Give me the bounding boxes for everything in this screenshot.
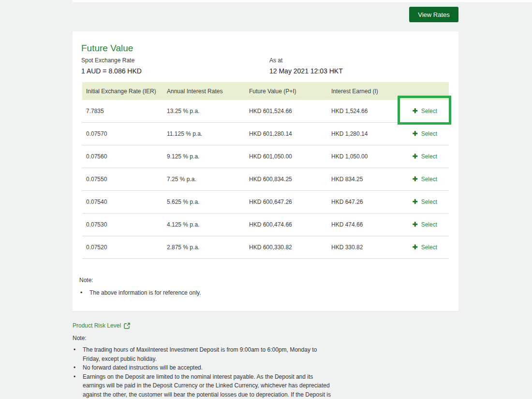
cell-select: ✚ Select bbox=[412, 199, 449, 206]
cell-interest-earned: HKD 1,050.00 bbox=[327, 153, 412, 160]
select-label: Select bbox=[421, 153, 437, 160]
spot-rate-label: Spot Exchange Rate bbox=[81, 57, 142, 64]
table-header-row: Initial Exchange Rate (IER) Annual Inter… bbox=[82, 82, 449, 100]
cell-ier: 0.07550 bbox=[82, 176, 163, 183]
footer-note-label: Note: bbox=[73, 335, 338, 342]
cell-interest-earned: HKD 474.66 bbox=[327, 221, 412, 228]
cell-select: ✚ Select bbox=[412, 244, 449, 251]
table-row: 0.07550 7.25 % p.a. HKD 600,834.25 HKD 8… bbox=[82, 168, 449, 191]
select-link[interactable]: ✚ Select bbox=[413, 199, 437, 205]
product-risk-level-link[interactable]: Product Risk Level bbox=[73, 322, 130, 329]
plus-icon: ✚ bbox=[413, 199, 418, 205]
external-link-icon bbox=[124, 323, 130, 329]
cell-annual-interest: 4.125 % p.a. bbox=[163, 221, 245, 228]
plus-icon: ✚ bbox=[413, 108, 418, 114]
select-label: Select bbox=[421, 130, 437, 137]
cell-annual-interest: 13.25 % p.a. bbox=[163, 108, 245, 114]
select-link[interactable]: ✚ Select bbox=[413, 108, 437, 114]
select-link[interactable]: ✚ Select bbox=[413, 221, 437, 228]
plus-icon: ✚ bbox=[413, 153, 418, 159]
cell-future-value: HKD 600,474.66 bbox=[245, 221, 327, 228]
spot-rate-value: 1 AUD = 8.086 HKD bbox=[81, 67, 142, 75]
card-note-item: The above information is for reference o… bbox=[79, 288, 201, 298]
table-row: 0.07530 4.125 % p.a. HKD 600,474.66 HKD … bbox=[82, 214, 449, 236]
cell-future-value: HKD 600,330.82 bbox=[245, 244, 327, 251]
cell-interest-earned: HKD 1,524.66 bbox=[327, 108, 412, 114]
cell-interest-earned: HKD 647.26 bbox=[327, 199, 412, 205]
table-row: 0.07520 2.875 % p.a. HKD 600,330.82 HKD … bbox=[82, 236, 449, 259]
table-row: 0.07560 9.125 % p.a. HKD 601,050.00 HKD … bbox=[82, 145, 449, 168]
product-risk-level-label: Product Risk Level bbox=[73, 322, 121, 329]
header-future-value: Future Value (P+I) bbox=[245, 88, 327, 95]
cell-ier: 0.07540 bbox=[82, 199, 163, 205]
select-label: Select bbox=[421, 108, 437, 114]
plus-icon: ✚ bbox=[413, 130, 418, 137]
cell-annual-interest: 5.625 % p.a. bbox=[163, 199, 245, 205]
cell-annual-interest: 7.25 % p.a. bbox=[163, 176, 245, 183]
header-interest-earned: Interest Earned (I) bbox=[327, 88, 412, 95]
footer-note-item: No forward dated instructions will be ac… bbox=[73, 363, 331, 372]
select-label: Select bbox=[421, 199, 437, 205]
cell-select: ✚ Select bbox=[412, 130, 449, 138]
top-strip bbox=[73, 0, 532, 2]
cell-ier: 0.07530 bbox=[82, 221, 163, 228]
cell-select: ✚ Select bbox=[412, 221, 449, 228]
select-label: Select bbox=[421, 176, 437, 183]
cell-select: ✚ Select bbox=[412, 176, 449, 183]
cell-future-value: HKD 601,050.00 bbox=[245, 153, 327, 160]
cell-future-value: HKD 600,647.26 bbox=[245, 199, 327, 205]
header-ier: Initial Exchange Rate (IER) bbox=[82, 88, 163, 95]
plus-icon: ✚ bbox=[413, 244, 418, 250]
cell-interest-earned: HKD 834.25 bbox=[327, 176, 412, 183]
select-link[interactable]: ✚ Select bbox=[413, 244, 437, 251]
as-at-label: As at bbox=[269, 57, 343, 64]
card-note: Note: The above information is for refer… bbox=[79, 277, 201, 298]
table-row: 0.07540 5.625 % p.a. HKD 600,647.26 HKD … bbox=[82, 191, 449, 214]
plus-icon: ✚ bbox=[413, 221, 418, 228]
cell-select: ✚ Select bbox=[412, 153, 449, 160]
cell-interest-earned: HKD 1,280.14 bbox=[327, 130, 412, 137]
cell-future-value: HKD 601,524.66 bbox=[245, 108, 327, 114]
cell-annual-interest: 11.125 % p.a. bbox=[163, 130, 245, 137]
footer-note-item: Earnings on the Deposit are limited to t… bbox=[73, 372, 331, 399]
footer-notes-section: Product Risk Level Note: The trading hou… bbox=[73, 321, 338, 399]
select-link[interactable]: ✚ Select bbox=[413, 153, 437, 160]
future-value-card: Future Value Spot Exchange Rate 1 AUD = … bbox=[73, 31, 458, 312]
plus-icon: ✚ bbox=[413, 176, 418, 182]
cell-select: ✚ Select bbox=[412, 108, 449, 115]
spot-exchange-rate: Spot Exchange Rate 1 AUD = 8.086 HKD bbox=[81, 57, 142, 75]
cell-future-value: HKD 600,834.25 bbox=[245, 176, 327, 183]
footer-note-item: The trading hours of MaxiInterest Invest… bbox=[73, 345, 331, 363]
page-title: Future Value bbox=[81, 43, 133, 54]
cell-annual-interest: 9.125 % p.a. bbox=[163, 153, 245, 160]
cell-ier: 7.7835 bbox=[82, 108, 163, 114]
select-link[interactable]: ✚ Select bbox=[413, 130, 437, 137]
select-link[interactable]: ✚ Select bbox=[413, 176, 437, 183]
cell-ier: 0.07560 bbox=[82, 153, 163, 160]
header-annual-interest: Annual Interest Rates bbox=[163, 88, 245, 95]
cell-future-value: HKD 601,280.14 bbox=[245, 130, 327, 137]
cell-interest-earned: HKD 330.82 bbox=[327, 244, 412, 251]
as-at-value: 12 May 2021 12:03 HKT bbox=[269, 67, 343, 75]
card-note-label: Note: bbox=[79, 277, 201, 284]
table-row: 7.7835 13.25 % p.a. HKD 601,524.66 HKD 1… bbox=[82, 100, 449, 123]
table-row: 0.07570 11.125 % p.a. HKD 601,280.14 HKD… bbox=[82, 123, 449, 145]
table-body: 7.7835 13.25 % p.a. HKD 601,524.66 HKD 1… bbox=[82, 100, 449, 259]
cell-ier: 0.07570 bbox=[82, 130, 163, 137]
cell-annual-interest: 2.875 % p.a. bbox=[163, 244, 245, 251]
future-value-table: Initial Exchange Rate (IER) Annual Inter… bbox=[82, 82, 449, 259]
view-rates-button[interactable]: View Rates bbox=[409, 7, 458, 22]
select-label: Select bbox=[421, 221, 437, 228]
cell-ier: 0.07520 bbox=[82, 244, 163, 251]
select-label: Select bbox=[421, 244, 437, 251]
as-at: As at 12 May 2021 12:03 HKT bbox=[269, 57, 343, 75]
